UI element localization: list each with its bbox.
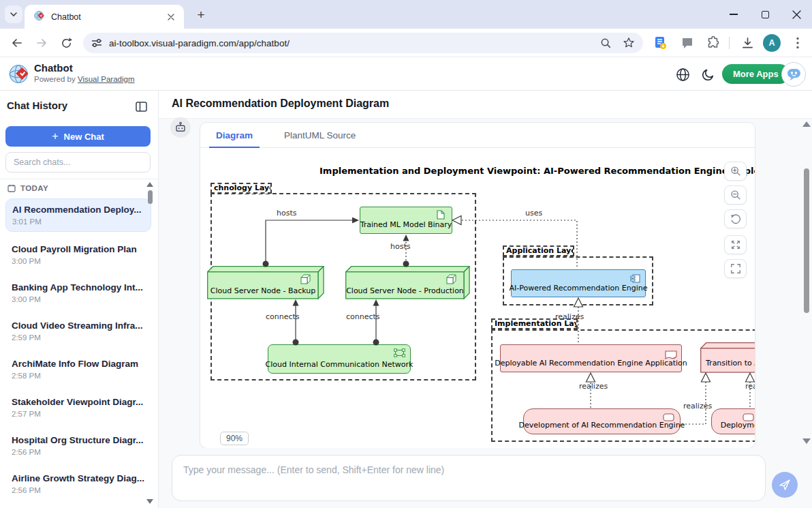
main-scrollbar-thumb[interactable] bbox=[804, 168, 809, 313]
globe-icon bbox=[676, 68, 690, 82]
main-scroll-down[interactable] bbox=[802, 438, 811, 444]
bot-avatar bbox=[170, 117, 191, 138]
plus-icon: + bbox=[197, 8, 204, 23]
minimize-button[interactable] bbox=[718, 0, 749, 29]
toolbar-divider bbox=[729, 37, 730, 49]
diagram-reset-button[interactable] bbox=[724, 209, 747, 228]
component-icon bbox=[630, 274, 640, 283]
diagram-node-deployable-application: Deployable AI Recommendation Engine Appl… bbox=[500, 344, 682, 372]
diagram-expand-button[interactable] bbox=[724, 235, 747, 254]
chat-time: 3:01 PM bbox=[12, 218, 144, 226]
address-bar[interactable]: ai-toolbox.visual-paradigm.com/app/chatb… bbox=[83, 33, 643, 53]
kebab-menu-icon bbox=[796, 37, 799, 49]
collapse-sidebar-button[interactable] bbox=[134, 100, 148, 113]
zoom-level-badge: 90% bbox=[220, 432, 249, 445]
send-icon bbox=[779, 479, 791, 491]
chat-title: ArchiMate Info Flow Diagram bbox=[12, 359, 145, 369]
search-chats-input[interactable] bbox=[5, 152, 151, 173]
send-button[interactable] bbox=[772, 472, 798, 498]
chat-time: 3:00 PM bbox=[12, 257, 145, 265]
edge-label-realizes: realizes bbox=[579, 382, 608, 391]
more-apps-button[interactable]: More Apps bbox=[722, 64, 790, 84]
diagram-node-server-backup: Cloud Server Node - Backup bbox=[207, 266, 324, 299]
site-settings-icon bbox=[91, 38, 102, 48]
tab-diagram[interactable]: Diagram bbox=[209, 123, 260, 147]
message-input[interactable] bbox=[172, 455, 766, 501]
chat-bubble-extension-icon[interactable] bbox=[680, 35, 695, 50]
diagram-viewport[interactable]: Implementation and Deployment Viewpoint:… bbox=[200, 148, 755, 448]
visual-paradigm-favicon bbox=[34, 10, 45, 24]
chat-history-sidebar: Chat History + New Chat TODAY AI Recomme… bbox=[0, 91, 159, 508]
chat-title: Cloud Video Streaming Infra... bbox=[12, 320, 145, 331]
deliverable-icon bbox=[665, 350, 677, 359]
chat-history-item[interactable]: Stakeholder Viewpoint Diagr... 2:57 PM bbox=[12, 397, 145, 418]
edge-label-hosts: hosts bbox=[390, 242, 410, 251]
diagram-node-deployment: Deployment bbox=[711, 408, 755, 434]
diagram-zoom-out-button[interactable] bbox=[724, 185, 747, 205]
chat-title: Banking App Technology Int... bbox=[12, 282, 145, 293]
sidebar-scroll-down[interactable] bbox=[146, 499, 153, 504]
browser-menu-button[interactable] bbox=[790, 35, 805, 50]
main-scroll-up[interactable] bbox=[802, 121, 811, 127]
robot-icon bbox=[174, 121, 187, 134]
downloads-button[interactable] bbox=[740, 35, 755, 50]
tab-plantuml-source[interactable]: PlantUML Source bbox=[277, 123, 362, 147]
chat-time: 3:00 PM bbox=[12, 295, 145, 303]
chat-history-item[interactable]: Airline Growth Strategy Diag... 2:56 PM bbox=[12, 473, 145, 494]
forward-button[interactable] bbox=[33, 34, 50, 52]
node-cube-icon bbox=[301, 275, 310, 284]
diagram-node-development: Development of AI Recommendation Engine bbox=[523, 408, 681, 434]
language-button[interactable] bbox=[674, 66, 691, 83]
chat-history-item[interactable]: ArchiMate Info Flow Diagram 2:58 PM bbox=[12, 359, 145, 380]
assistant-logo-button[interactable] bbox=[781, 62, 806, 87]
group-label-technology-layer: chnology Layer\ bbox=[210, 183, 272, 194]
visual-paradigm-link[interactable]: Visual Paradigm bbox=[78, 75, 135, 83]
close-button[interactable] bbox=[781, 0, 812, 29]
group-label-application-layer: Application Layer\ bbox=[503, 245, 574, 256]
artifact-icon bbox=[437, 210, 445, 220]
chat-title: Cloud Payroll Migration Plan bbox=[12, 244, 145, 254]
maximize-button[interactable] bbox=[749, 0, 781, 29]
sidebar-scroll-up[interactable] bbox=[146, 182, 153, 187]
back-button[interactable] bbox=[8, 34, 26, 52]
profile-avatar[interactable]: A bbox=[763, 34, 781, 52]
browser-toolbar: ai-toolbox.visual-paradigm.com/app/chatb… bbox=[0, 29, 812, 57]
diagram-node-trained-ml-model: Trained ML Model Binary bbox=[360, 207, 452, 234]
zoom-in-icon bbox=[730, 166, 741, 177]
browser-tab-strip: Chatbot + bbox=[0, 0, 812, 29]
sidebar-scrollbar-thumb[interactable] bbox=[148, 190, 153, 204]
panel-toggle-icon bbox=[136, 102, 147, 112]
chat-history-item[interactable]: Cloud Video Streaming Infra... 2:59 PM bbox=[12, 320, 145, 342]
edge-label-hosts: hosts bbox=[277, 209, 296, 218]
chat-history-item[interactable]: Banking App Technology Int... 3:00 PM bbox=[12, 282, 145, 303]
chat-title: Airline Growth Strategy Diag... bbox=[12, 473, 145, 483]
chat-history-item[interactable]: AI Recommendation Deploy... 3:01 PM bbox=[5, 198, 151, 232]
reload-button[interactable] bbox=[57, 34, 75, 52]
chat-history-item[interactable]: Cloud Payroll Migration Plan 3:00 PM bbox=[12, 244, 145, 265]
edge-label-realizes: realizes bbox=[555, 312, 584, 321]
chat-time: 2:56 PM bbox=[12, 486, 145, 494]
docs-offline-extension-icon[interactable] bbox=[653, 35, 668, 50]
browser-tab[interactable]: Chatbot bbox=[25, 5, 184, 29]
extensions-puzzle-icon[interactable] bbox=[706, 35, 721, 50]
chat-time: 2:58 PM bbox=[12, 372, 145, 380]
edge-label-connects: connects bbox=[346, 312, 380, 321]
today-section-header: TODAY bbox=[7, 184, 48, 192]
diagram-zoom-in-button[interactable] bbox=[724, 162, 747, 181]
bookmark-star-icon[interactable] bbox=[623, 37, 635, 49]
chat-history-item[interactable]: Hospital Org Structure Diagr... 2:56 PM bbox=[12, 435, 145, 456]
plus-icon: + bbox=[52, 130, 58, 143]
diagram-fullscreen-button[interactable] bbox=[724, 259, 747, 278]
tab-close-icon[interactable] bbox=[165, 11, 177, 23]
dark-mode-button[interactable] bbox=[700, 66, 716, 83]
browser-window: Chatbot + ai-toolbox.visual-paradigm.com… bbox=[0, 0, 812, 508]
message-card: Diagram PlantUML Source Implementation a… bbox=[200, 122, 755, 448]
new-chat-button[interactable]: + New Chat bbox=[5, 126, 151, 147]
page-title-row: AI Recommendation Deployment Diagram bbox=[159, 91, 812, 119]
diagram-node-transition: Transition to A bbox=[700, 342, 755, 373]
new-chat-label: New Chat bbox=[64, 132, 104, 142]
new-tab-button[interactable]: + bbox=[192, 6, 210, 24]
zoom-icon[interactable] bbox=[600, 38, 612, 49]
tab-search-button[interactable] bbox=[5, 5, 22, 23]
visual-paradigm-logo bbox=[9, 63, 30, 87]
